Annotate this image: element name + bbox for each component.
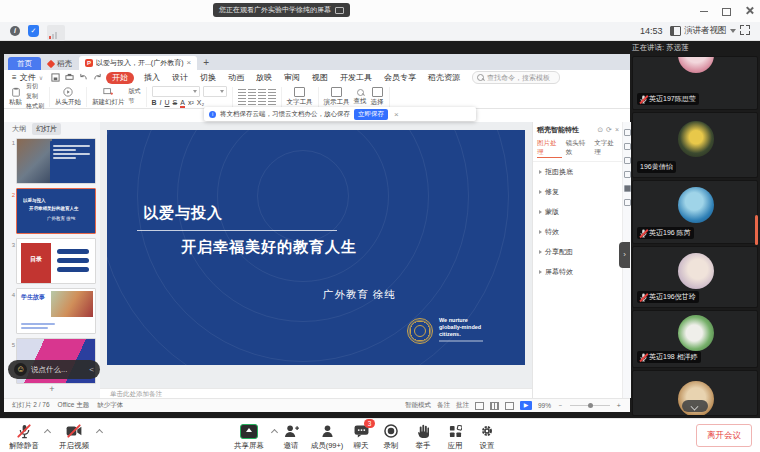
close-button[interactable] (744, 6, 756, 16)
font-color-button[interactable]: A (180, 99, 185, 108)
sorter-view-icon[interactable] (490, 402, 499, 410)
save-icon[interactable] (51, 73, 60, 82)
quick-chat-input[interactable]: 说点什么... (31, 365, 85, 375)
panel-item[interactable]: 修复 (533, 182, 623, 202)
align-buttons-row1[interactable] (238, 89, 276, 96)
ribbon-tab-transition[interactable]: 切换 (194, 70, 222, 85)
underline-button[interactable]: U (165, 99, 170, 108)
zoom-out-button[interactable]: － (557, 401, 564, 410)
strike-button[interactable]: S (173, 99, 178, 108)
current-slide[interactable]: 以爱与投入 开启幸福美好的教育人生 广外教育 徐纯 We nurture glo… (107, 130, 525, 365)
ribbon-tab-view[interactable]: 视图 (306, 70, 334, 85)
participant-tile[interactable]: 英迈198 相洋婷 (632, 310, 758, 368)
save-now-button[interactable]: 立即保存 (354, 109, 388, 120)
security-shield-icon[interactable]: ✓ (28, 25, 39, 37)
ribbon-tab-dev[interactable]: 开发工具 (334, 70, 378, 85)
panel-expander-button[interactable]: › (619, 242, 630, 268)
panel-tab-lens[interactable]: 镜头特效 (566, 139, 591, 158)
section-button[interactable]: 节 (129, 97, 141, 106)
quick-chat-bar[interactable]: ☺ 说点什么... < (8, 360, 100, 379)
italic-button[interactable]: I (160, 99, 162, 108)
wps-home-tab[interactable]: 首页 (8, 57, 41, 70)
layout-button[interactable]: 版式 (129, 87, 141, 96)
font-size-combobox[interactable] (203, 86, 227, 97)
unmute-button[interactable]: 解除静音 (2, 423, 46, 451)
zoom-slider[interactable] (570, 405, 610, 406)
panel-settings-icon[interactable]: ⊙ (597, 126, 603, 134)
new-slide-button[interactable]: 新建幻灯片 (92, 87, 125, 107)
reading-view-icon[interactable] (505, 402, 514, 410)
presentation-tool-button[interactable]: 演示工具 (324, 87, 350, 107)
ribbon-tab-resources[interactable]: 稻壳资源 (422, 70, 466, 85)
network-signal-icon[interactable] (47, 25, 65, 41)
participant-tile[interactable]: 英迈196 陈芮 (632, 180, 758, 244)
missing-font-warning[interactable]: 缺少字体 (97, 401, 123, 410)
tab-close-icon[interactable]: × (187, 59, 192, 67)
align-buttons-row2[interactable] (238, 98, 276, 105)
comments-toggle[interactable]: 批注 (456, 401, 469, 410)
panel-item[interactable]: 分享配图 (533, 242, 623, 262)
ribbon-tab-slideshow[interactable]: 放映 (250, 70, 278, 85)
ribbon-tab-start[interactable]: 开始 (106, 72, 134, 84)
collapse-sidebar-button[interactable] (682, 400, 708, 412)
copy-button[interactable]: 复制 (26, 92, 44, 101)
start-video-button[interactable]: 开启视频 (52, 423, 96, 451)
add-slide-button[interactable]: + (4, 384, 100, 394)
find-button[interactable]: 查找 (354, 88, 367, 106)
wps-document-tab[interactable]: P 以爱与投入，开...(广外教育) × (79, 56, 197, 70)
slideshow-play-button[interactable]: ▶ (520, 401, 532, 410)
panel-item[interactable]: 蒙版 (533, 202, 623, 222)
leave-meeting-button[interactable]: 离开会议 (696, 424, 752, 447)
sidebar-scrollbar[interactable] (755, 215, 758, 245)
panel-item[interactable]: 屏幕特效 (533, 262, 623, 282)
notice-close-icon[interactable]: × (394, 110, 399, 119)
mic-options-chevron[interactable] (44, 428, 51, 435)
panel-item[interactable]: 抠图换底 (533, 162, 623, 182)
undo-icon[interactable] (79, 73, 88, 82)
text-tool-button[interactable]: 文字工具 (287, 87, 313, 107)
panel-tab-image[interactable]: 图片处理 (537, 139, 562, 158)
tool-icon[interactable] (624, 143, 631, 150)
slide-thumbnail-1[interactable] (16, 138, 96, 184)
notes-toggle[interactable]: 备注 (437, 401, 450, 410)
zoom-in-button[interactable]: ＋ (616, 401, 623, 410)
tool-icon[interactable] (624, 171, 631, 178)
new-tab-button[interactable]: + (203, 56, 209, 70)
slide-thumbnail-2-selected[interactable]: 以爱与投入 开启幸福美好的教育人生 广外教育 徐纯 (16, 188, 96, 234)
minimize-button[interactable] (700, 6, 712, 16)
panel-tab-text[interactable]: 文字处理 (594, 139, 619, 158)
tool-icon-active[interactable] (624, 185, 631, 192)
chevron-left-icon[interactable]: < (89, 365, 94, 374)
ribbon-tab-animation[interactable]: 动画 (222, 70, 250, 85)
slide-thumbnail-4[interactable]: 学生故事 (16, 288, 96, 334)
cut-button[interactable]: 剪切 (26, 82, 44, 91)
tool-icon[interactable] (624, 199, 631, 206)
smart-mode-toggle[interactable]: 智能模式 (405, 401, 431, 410)
bold-button[interactable]: B (152, 99, 157, 108)
maximize-button[interactable] (722, 6, 734, 16)
wps-store-tab[interactable]: 稻壳 (41, 57, 79, 70)
ribbon-tab-insert[interactable]: 插入 (138, 70, 166, 85)
font-name-combobox[interactable] (152, 86, 200, 97)
emoji-icon[interactable]: ☺ (14, 363, 27, 376)
superscript-button[interactable]: x² (188, 99, 194, 108)
outline-tab[interactable]: 大纲 (12, 124, 26, 134)
participant-tile[interactable]: 英迈197陈思莹 (632, 56, 758, 110)
settings-button[interactable]: 设置 (465, 423, 509, 451)
redo-icon[interactable] (93, 73, 102, 82)
participant-tile[interactable]: 英迈196倪甘玲 (632, 246, 758, 308)
subscript-button[interactable]: X₂ (197, 99, 204, 108)
meeting-info-icon[interactable]: i (10, 26, 20, 36)
panel-close-icon[interactable]: × (615, 126, 619, 134)
ribbon-tab-design[interactable]: 设计 (166, 70, 194, 85)
ribbon-tab-review[interactable]: 审阅 (278, 70, 306, 85)
view-mode-selector[interactable]: 演讲者视图 (670, 24, 736, 37)
panel-item[interactable]: 特效 (533, 222, 623, 242)
normal-view-icon[interactable] (475, 402, 484, 410)
ribbon-search-input[interactable]: 查找命令，搜索模板 (472, 71, 560, 84)
paste-button[interactable]: 粘贴 (9, 87, 22, 107)
share-screen-button[interactable]: 共享屏幕 (227, 423, 271, 451)
video-options-chevron[interactable] (96, 428, 103, 435)
slides-tab[interactable]: 幻灯片 (32, 123, 61, 135)
participant-tile[interactable]: 196黄倩怡 (632, 112, 758, 178)
